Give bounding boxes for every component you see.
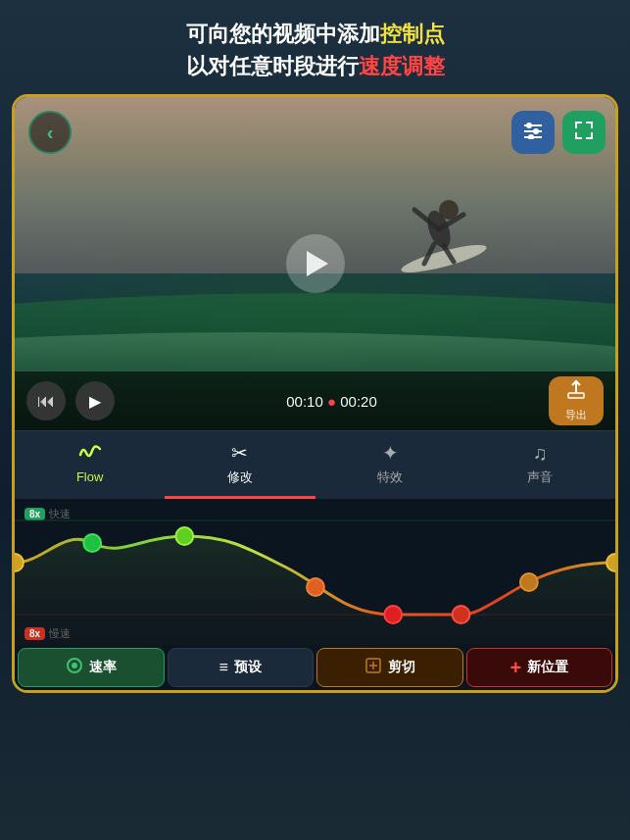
speed-icon <box>66 657 83 678</box>
video-player: ‹ <box>15 97 615 430</box>
add-position-button[interactable]: + 新位置 <box>466 648 613 687</box>
tab-effects[interactable]: ✦ 特效 <box>315 431 465 499</box>
export-label: 导出 <box>565 408 587 422</box>
cut-icon <box>364 657 382 678</box>
svg-point-12 <box>528 134 534 139</box>
action-buttons-bar: 速率 ≡ 预设 剪切 + 新位置 <box>15 645 615 690</box>
time-current: 00:10 <box>286 393 323 410</box>
time-display: 00:10 ● 00:20 <box>124 393 539 410</box>
chevron-left-icon: ‹ <box>47 122 54 144</box>
time-total: 00:20 <box>340 393 377 410</box>
expand-icon <box>574 121 594 144</box>
expand-button[interactable] <box>562 111 606 154</box>
control-point-5 <box>384 606 402 623</box>
title-highlight-2: 速度调整 <box>359 54 445 78</box>
svg-point-10 <box>533 128 539 134</box>
rewind-icon: ⏮ <box>37 391 55 412</box>
svg-rect-13 <box>568 393 584 398</box>
tab-audio[interactable]: ♫ 声音 <box>465 431 615 499</box>
speed-curve-svg <box>15 499 615 645</box>
title-text-2: 以对任意时段进行 <box>186 54 359 78</box>
control-point-4 <box>307 578 324 596</box>
mixer-button[interactable] <box>511 111 555 154</box>
surfer-graphic <box>370 156 488 283</box>
effects-icon: ✦ <box>382 441 399 465</box>
control-point-7 <box>520 573 538 591</box>
title-highlight-1: 控制点 <box>380 22 445 46</box>
speed-rate-label: 速率 <box>89 659 117 676</box>
cut-button[interactable]: 剪切 <box>316 648 463 687</box>
tab-effects-label: 特效 <box>377 469 403 486</box>
main-card: ‹ <box>12 94 618 693</box>
preset-button[interactable]: ≡ 预设 <box>168 648 315 687</box>
title-line-2: 以对任意时段进行速度调整 <box>20 50 610 82</box>
speed-curve-area: 8x 快速 8x 慢速 <box>15 499 615 690</box>
control-point-2 <box>83 534 101 552</box>
preset-label: 预设 <box>234 659 262 676</box>
rewind-button[interactable]: ⏮ <box>26 381 66 420</box>
tab-flow[interactable]: Flow <box>15 431 165 499</box>
preset-icon: ≡ <box>219 659 228 676</box>
cut-label: 剪切 <box>388 659 415 676</box>
control-point-3 <box>175 527 193 545</box>
tab-edit-label: 修改 <box>227 469 253 486</box>
video-controls-bar: ⏮ ▶ 00:10 ● 00:20 导出 <box>15 371 615 430</box>
title-area: 可向您的视频中添加控制点 以对任意时段进行速度调整 <box>0 0 630 94</box>
add-position-label: 新位置 <box>527 659 568 676</box>
control-point-6 <box>453 606 470 623</box>
play-button[interactable] <box>286 234 345 293</box>
tab-audio-label: 声音 <box>527 469 553 486</box>
play-icon <box>307 251 328 276</box>
title-text-1: 可向您的视频中添加 <box>186 22 380 46</box>
play-small-icon: ▶ <box>89 392 101 411</box>
time-separator: ● <box>327 393 340 410</box>
tab-edit[interactable]: ✂ 修改 <box>165 431 315 499</box>
control-point-1 <box>15 554 24 571</box>
control-point-8 <box>606 554 615 571</box>
music-icon: ♫ <box>533 442 548 465</box>
title-line-1: 可向您的视频中添加控制点 <box>20 18 610 50</box>
flow-icon <box>78 443 102 466</box>
svg-point-8 <box>526 123 532 128</box>
play-small-button[interactable]: ▶ <box>75 381 115 420</box>
tab-flow-label: Flow <box>76 469 103 484</box>
back-button[interactable]: ‹ <box>28 111 72 154</box>
svg-point-18 <box>72 663 77 668</box>
tab-bar: Flow ✂ 修改 ✦ 特效 ♫ 声音 <box>15 430 615 499</box>
scissors-icon: ✂ <box>231 441 248 465</box>
export-icon <box>565 379 587 406</box>
export-button[interactable]: 导出 <box>549 376 604 425</box>
mixer-icon <box>522 122 544 143</box>
speed-rate-button[interactable]: 速率 <box>18 648 165 687</box>
add-icon: + <box>509 657 521 679</box>
